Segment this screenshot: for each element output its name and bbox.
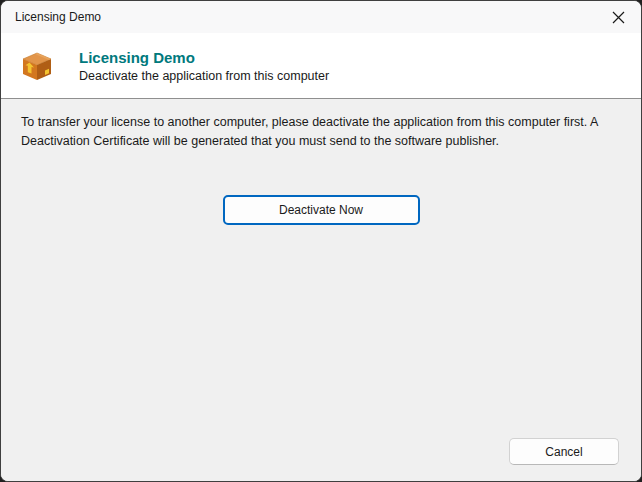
cancel-button[interactable]: Cancel <box>509 438 619 465</box>
header-text-block: Licensing Demo Deactivate the applicatio… <box>79 49 329 83</box>
close-icon <box>612 11 625 24</box>
deactivate-now-button[interactable]: Deactivate Now <box>223 195 420 225</box>
dialog-window: Licensing Demo Licensing Demo Deactivat <box>0 0 642 482</box>
header-title: Licensing Demo <box>79 49 329 66</box>
header-subtitle: Deactivate the application from this com… <box>79 69 329 83</box>
instruction-text: To transfer your license to another comp… <box>21 113 623 150</box>
dialog-header: Licensing Demo Deactivate the applicatio… <box>1 33 641 99</box>
close-button[interactable] <box>595 1 641 33</box>
package-box-icon <box>21 50 53 82</box>
dialog-content: To transfer your license to another comp… <box>1 99 641 481</box>
window-title: Licensing Demo <box>1 10 101 24</box>
titlebar[interactable]: Licensing Demo <box>1 1 641 33</box>
